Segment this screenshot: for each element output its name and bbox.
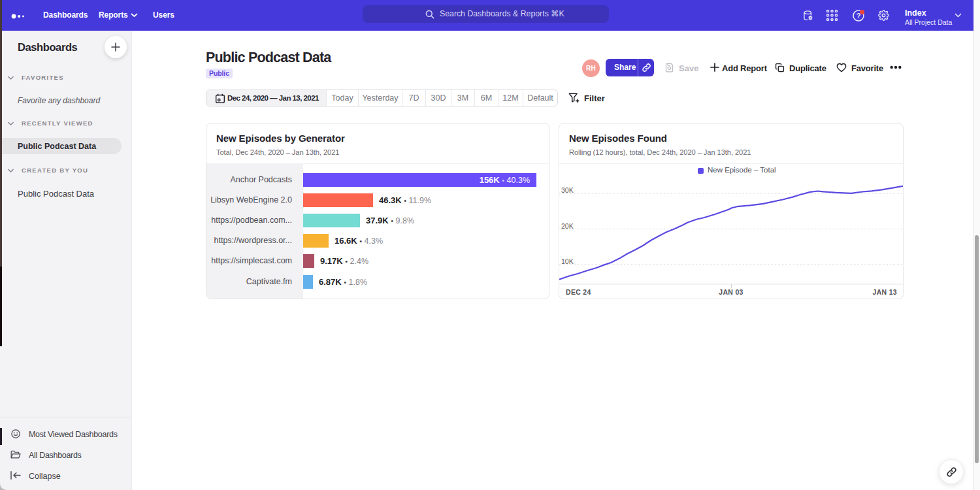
svg-text:JAN 03: JAN 03 (719, 288, 743, 296)
svg-text:JAN 13: JAN 13 (873, 288, 897, 296)
svg-text:20K: 20K (561, 222, 574, 230)
svg-text:10K: 10K (561, 257, 574, 265)
svg-text:30K: 30K (561, 186, 574, 194)
svg-text:DEC 24: DEC 24 (566, 288, 591, 296)
